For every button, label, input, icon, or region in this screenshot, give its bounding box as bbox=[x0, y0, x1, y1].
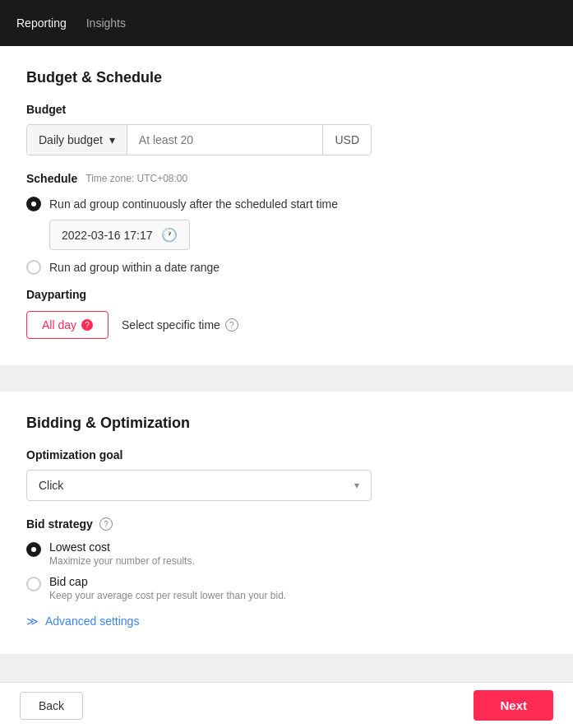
budget-row[interactable]: Daily budget ▾ USD bbox=[26, 124, 372, 155]
lowest-cost-sub: Maximize your number of results. bbox=[49, 555, 195, 567]
lowest-cost-radio[interactable] bbox=[26, 542, 41, 557]
allday-help-icon: ? bbox=[81, 319, 93, 331]
schedule-daterange-option[interactable]: Run ad group within a date range bbox=[26, 260, 547, 275]
allday-button[interactable]: All day ? bbox=[26, 311, 109, 339]
timezone-label: Time zone: UTC+08:00 bbox=[85, 173, 187, 184]
optimization-goal-label: Optimization goal bbox=[26, 448, 547, 461]
budget-schedule-section: Budget & Schedule Budget Daily budget ▾ … bbox=[0, 46, 573, 365]
advanced-settings-link[interactable]: ≫ Advanced settings bbox=[26, 614, 547, 628]
budget-dropdown-arrow: ▾ bbox=[109, 133, 115, 146]
bid-strategy-header: Bid strategy ? bbox=[26, 517, 547, 531]
footer: Back Next bbox=[0, 682, 573, 728]
lowest-cost-option[interactable]: Lowest cost Maximize your number of resu… bbox=[26, 540, 547, 567]
advanced-settings-label: Advanced settings bbox=[45, 614, 139, 628]
specific-time-help-icon: ? bbox=[225, 318, 238, 332]
schedule-continuous-option[interactable]: Run ad group continuously after the sche… bbox=[26, 197, 547, 211]
schedule-continuous-radio[interactable] bbox=[26, 197, 41, 211]
nav-insights[interactable]: Insights bbox=[86, 16, 126, 30]
back-button[interactable]: Back bbox=[20, 692, 83, 720]
clock-icon: 🕐 bbox=[161, 227, 178, 243]
next-button[interactable]: Next bbox=[474, 690, 553, 721]
bid-strategy-label: Bid strategy bbox=[26, 517, 93, 531]
lowest-cost-label: Lowest cost bbox=[49, 540, 195, 554]
budget-currency: USD bbox=[322, 125, 371, 155]
budget-amount-input[interactable] bbox=[127, 125, 323, 155]
datetime-box[interactable]: 2022-03-16 17:17 🕐 bbox=[49, 220, 190, 250]
datetime-value: 2022-03-16 17:17 bbox=[62, 229, 153, 242]
dayparting-section: Dayparting All day ? Select specific tim… bbox=[26, 288, 547, 339]
allday-label: All day bbox=[42, 318, 76, 332]
bid-cap-label: Bid cap bbox=[49, 575, 286, 588]
nav-reporting[interactable]: Reporting bbox=[16, 16, 67, 30]
specific-time-button[interactable]: Select specific time ? bbox=[122, 318, 238, 332]
bidding-section: Bidding & Optimization Optimization goal… bbox=[0, 392, 573, 654]
budget-schedule-title: Budget & Schedule bbox=[26, 69, 547, 86]
schedule-daterange-radio[interactable] bbox=[26, 260, 41, 275]
bid-cap-radio[interactable] bbox=[26, 577, 41, 591]
optimization-dropdown-arrow: ▾ bbox=[354, 480, 359, 491]
schedule-label: Schedule bbox=[26, 172, 77, 185]
schedule-continuous-label: Run ad group continuously after the sche… bbox=[49, 197, 338, 211]
optimization-goal-dropdown[interactable]: Click ▾ bbox=[26, 470, 372, 501]
optimization-goal-value: Click bbox=[39, 479, 63, 492]
bid-cap-sub: Keep your average cost per result lower … bbox=[49, 590, 286, 601]
budget-label: Budget bbox=[26, 103, 547, 116]
dayparting-buttons: All day ? Select specific time ? bbox=[26, 311, 547, 339]
chevron-down-double-icon: ≫ bbox=[26, 614, 39, 628]
section-divider bbox=[0, 375, 573, 382]
bid-cap-option[interactable]: Bid cap Keep your average cost per resul… bbox=[26, 575, 547, 601]
specific-time-label: Select specific time bbox=[122, 318, 220, 332]
top-navigation: Reporting Insights bbox=[0, 0, 573, 46]
dayparting-label: Dayparting bbox=[26, 288, 547, 301]
bid-strategy-help-icon: ? bbox=[99, 517, 113, 531]
budget-type-select[interactable]: Daily budget ▾ bbox=[27, 125, 127, 155]
bid-cap-text: Bid cap Keep your average cost per resul… bbox=[49, 575, 286, 601]
lowest-cost-text: Lowest cost Maximize your number of resu… bbox=[49, 540, 195, 567]
schedule-daterange-label: Run ad group within a date range bbox=[49, 261, 219, 274]
bidding-title: Bidding & Optimization bbox=[26, 415, 547, 432]
budget-type-label: Daily budget bbox=[39, 133, 103, 146]
